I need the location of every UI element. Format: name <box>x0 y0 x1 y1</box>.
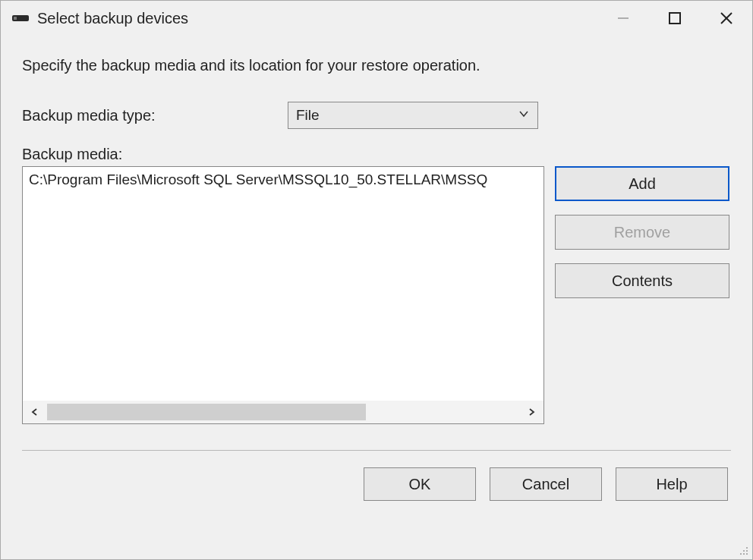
listbox-content: C:\Program Files\Microsoft SQL Server\MS… <box>23 167 543 401</box>
svg-point-9 <box>740 553 742 555</box>
chevron-left-icon <box>30 407 39 417</box>
remove-button: Remove <box>555 215 729 250</box>
media-type-selected: File <box>296 107 320 124</box>
cancel-button[interactable]: Cancel <box>490 467 602 501</box>
add-button[interactable]: Add <box>555 166 729 201</box>
dialog-window: Select backup devices Specify the backup… <box>0 0 753 560</box>
backup-media-label: Backup media: <box>22 146 731 163</box>
minimize-button[interactable] <box>597 1 649 36</box>
backup-media-listbox[interactable]: C:\Program Files\Microsoft SQL Server\MS… <box>22 166 544 424</box>
window-controls <box>597 1 752 36</box>
media-type-row: Backup media type: File <box>22 102 731 129</box>
backup-device-icon <box>11 14 30 23</box>
scroll-left-button[interactable] <box>23 401 47 423</box>
titlebar: Select backup devices <box>1 1 752 36</box>
minimize-icon <box>616 11 630 25</box>
resize-grip-icon <box>736 543 749 556</box>
maximize-button[interactable] <box>649 1 701 36</box>
side-buttons: Add Remove Contents <box>555 166 729 424</box>
media-type-label: Backup media type: <box>22 107 288 124</box>
ok-button[interactable]: OK <box>364 467 476 501</box>
divider <box>22 450 731 451</box>
close-button[interactable] <box>701 1 752 36</box>
instruction-text: Specify the backup media and its locatio… <box>22 57 731 74</box>
close-icon <box>719 11 734 26</box>
window-title: Select backup devices <box>37 10 188 27</box>
scroll-thumb[interactable] <box>47 404 366 420</box>
dialog-content: Specify the backup media and its locatio… <box>1 36 752 559</box>
svg-point-7 <box>743 550 745 552</box>
media-type-dropdown[interactable]: File <box>288 102 538 129</box>
resize-grip[interactable] <box>736 543 749 556</box>
list-item[interactable]: C:\Program Files\Microsoft SQL Server\MS… <box>29 171 537 188</box>
svg-point-11 <box>746 553 748 555</box>
svg-point-10 <box>743 553 745 555</box>
chevron-down-icon <box>518 108 530 123</box>
svg-rect-1 <box>14 17 17 20</box>
help-button[interactable]: Help <box>616 467 728 501</box>
svg-point-6 <box>746 547 748 549</box>
maximize-icon <box>668 11 682 25</box>
footer-buttons: OK Cancel Help <box>22 467 731 501</box>
scroll-track[interactable] <box>47 404 519 420</box>
chevron-right-icon <box>527 407 536 417</box>
media-row: C:\Program Files\Microsoft SQL Server\MS… <box>22 166 731 424</box>
contents-button[interactable]: Contents <box>555 263 729 298</box>
svg-rect-3 <box>670 13 680 24</box>
scroll-right-button[interactable] <box>519 401 543 423</box>
svg-point-8 <box>746 550 748 552</box>
horizontal-scrollbar <box>23 401 543 423</box>
